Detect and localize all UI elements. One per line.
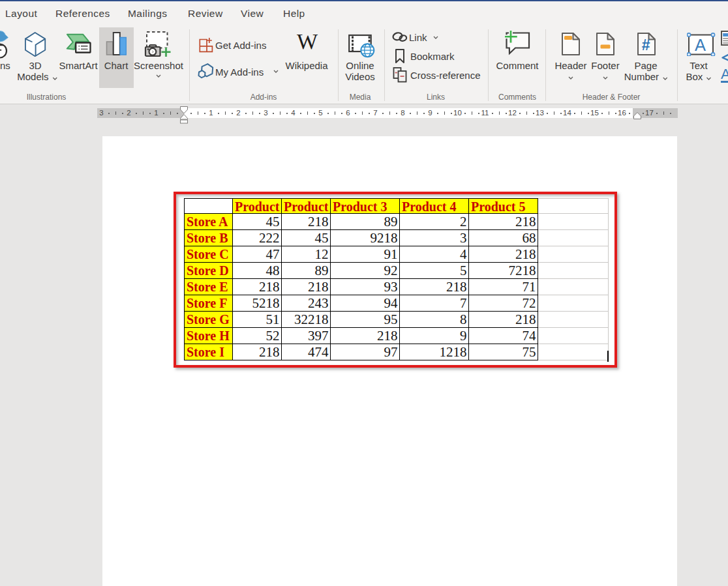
svg-text:A: A <box>695 36 706 54</box>
svg-text:#: # <box>641 37 650 53</box>
